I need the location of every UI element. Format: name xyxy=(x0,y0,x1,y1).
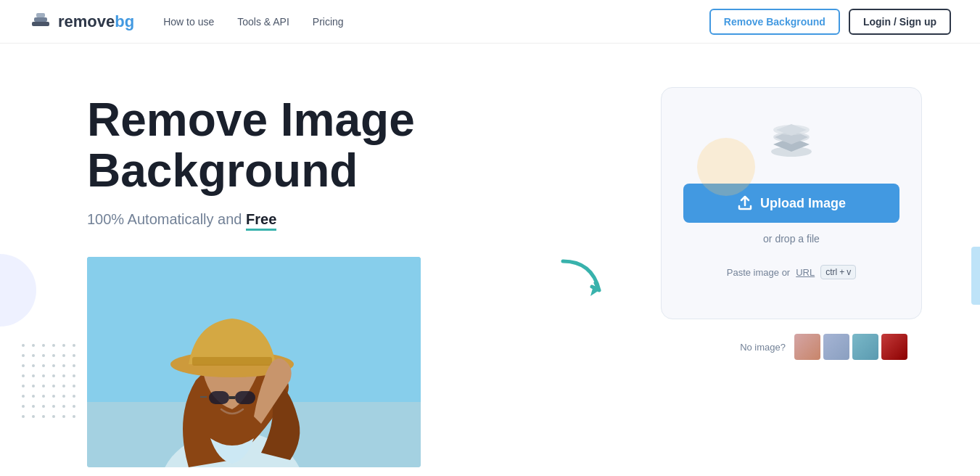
sample-thumb-3[interactable] xyxy=(852,334,878,360)
no-image-label: No image? xyxy=(740,342,786,353)
woman-photo xyxy=(87,257,421,467)
nav-tools-api[interactable]: Tools & API xyxy=(237,16,289,28)
sample-thumb-2[interactable] xyxy=(823,334,849,360)
arrow-container xyxy=(548,247,621,319)
url-link[interactable]: URL xyxy=(796,267,815,278)
nav-left: removebg How to use Tools & API Pricing xyxy=(29,10,344,33)
layers-svg xyxy=(766,117,817,160)
sample-thumb-4[interactable] xyxy=(881,334,907,360)
logo-text: removebg xyxy=(58,12,134,31)
no-image-row: No image? xyxy=(661,334,922,360)
nav-pricing[interactable]: Pricing xyxy=(313,16,344,28)
woman-illustration xyxy=(87,257,421,467)
svg-rect-0 xyxy=(32,22,49,26)
svg-rect-11 xyxy=(235,391,255,404)
logo[interactable]: removebg xyxy=(29,10,134,33)
main-content: Remove Image Background 100% Automatical… xyxy=(0,44,980,476)
deco-circle xyxy=(697,138,755,196)
layers-icon xyxy=(766,117,817,163)
svg-rect-1 xyxy=(34,17,47,22)
hero-subtitle: 100% Automatically and Free xyxy=(87,211,508,228)
login-signup-button[interactable]: Login / Sign up xyxy=(849,9,951,35)
deco-half-circle xyxy=(0,254,36,327)
paste-label: Paste image or xyxy=(727,267,790,278)
drop-text: or drop a file xyxy=(763,233,820,245)
sample-thumb-1[interactable] xyxy=(794,334,820,360)
hero-image-container: // dots rendered inline below xyxy=(87,257,421,467)
hero-title: Remove Image Background xyxy=(87,94,508,197)
paste-row: Paste image or URL ctrl + v xyxy=(727,265,856,279)
nav-how-to-use[interactable]: How to use xyxy=(163,16,214,28)
right-blue-bar xyxy=(971,247,980,305)
keyboard-shortcut: ctrl + v xyxy=(820,265,856,279)
nav-right: Remove Background Login / Sign up xyxy=(709,9,951,35)
hero-image xyxy=(87,257,421,467)
svg-rect-2 xyxy=(36,13,45,17)
upload-section: Upload Image or drop a file Paste image … xyxy=(661,87,922,360)
svg-rect-10 xyxy=(209,391,229,404)
hero-left: Remove Image Background 100% Automatical… xyxy=(87,87,508,467)
upload-panel: Upload Image or drop a file Paste image … xyxy=(661,87,922,319)
svg-rect-12 xyxy=(229,396,235,399)
nav-links: How to use Tools & API Pricing xyxy=(163,16,343,28)
arrow-icon xyxy=(548,247,621,319)
logo-icon xyxy=(29,10,52,33)
svg-rect-9 xyxy=(192,357,272,366)
upload-icon xyxy=(737,195,753,211)
navbar: removebg How to use Tools & API Pricing … xyxy=(0,0,980,44)
remove-background-button[interactable]: Remove Background xyxy=(709,9,840,35)
dots-grid: // generate dots via JS below xyxy=(22,344,75,418)
sample-thumbnails xyxy=(794,334,907,360)
